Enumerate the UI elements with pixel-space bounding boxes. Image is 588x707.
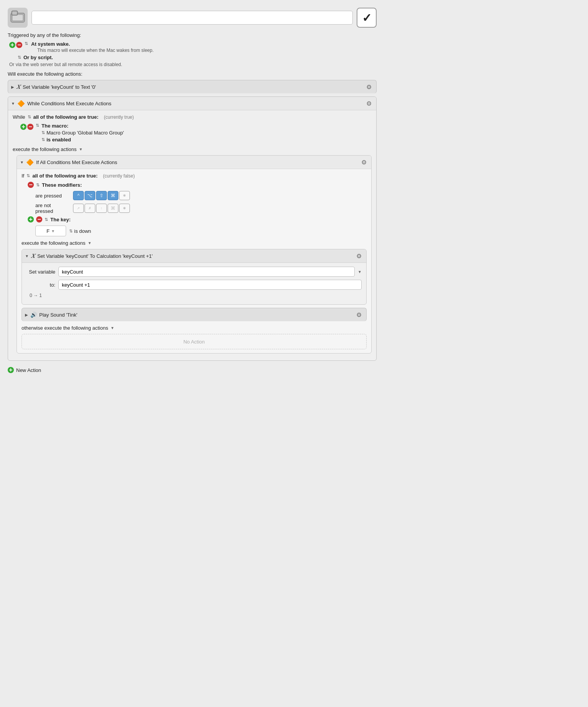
app-icon xyxy=(8,8,28,28)
expand-triangle-icon[interactable]: ▶ xyxy=(11,85,14,89)
macro-cond-line2: ⇅ Macro Group 'Global Macro Group' xyxy=(42,130,124,136)
alt-not-pressed-key[interactable]: ✗ xyxy=(85,204,95,213)
remove-macro-cond-button[interactable]: − xyxy=(27,124,33,130)
add-key-button[interactable]: + xyxy=(28,216,34,222)
modifiers-title-label: These modifiers: xyxy=(42,182,82,188)
if-cond-label: all of the following are true: xyxy=(32,173,98,179)
cmd-not-pressed-key[interactable]: ⌘ xyxy=(108,204,118,213)
shift-pressed-key[interactable]: ⇧ xyxy=(96,191,107,200)
if-updown-icon: ⇅ xyxy=(27,173,30,178)
if-execute-row: execute the following actions ▼ xyxy=(22,240,367,246)
no-action-text: No Action xyxy=(183,339,205,345)
remove-key-button[interactable]: − xyxy=(36,216,42,222)
or-via-text: Or via the web server but all remote acc… xyxy=(8,62,377,67)
macro-title-input[interactable]: Count Key Presses xyxy=(32,11,353,25)
is-enabled-label: is enabled xyxy=(47,137,71,143)
remove-trigger-button[interactable]: − xyxy=(16,42,22,48)
or-by-script-label: Or by script. xyxy=(23,55,53,60)
key-input-box[interactable]: F ▼ xyxy=(35,226,66,236)
to-form-label: to: xyxy=(27,282,55,288)
key-dropdown-arrow[interactable]: ▼ xyxy=(51,229,55,233)
set-variable-inner-title: Set Variable 'keyCount' To Calculation '… xyxy=(37,253,352,259)
set-variable-x-icon: 𝑋 xyxy=(17,84,20,90)
new-action-label: New Action xyxy=(16,367,41,373)
is-down-text: is down xyxy=(74,228,91,234)
trigger-content: At system wake. This macro will execute … xyxy=(31,41,154,53)
set-variable-inner-header: ▼ 𝑋 Set Variable 'keyCount' To Calculati… xyxy=(22,249,366,263)
checkmark-button[interactable]: ✓ xyxy=(357,8,377,28)
macro-group-name: Macro Group 'Global Macro Group' xyxy=(47,130,124,136)
set-variable-gear-button[interactable]: ⚙ xyxy=(365,83,373,91)
if-gear-button[interactable]: ⚙ xyxy=(360,158,368,166)
while-block: ▼ 🔶 While Conditions Met Execute Actions… xyxy=(8,96,377,361)
if-body: If ⇅ all of the following are true: (cur… xyxy=(17,169,371,353)
ctrl-pressed-key[interactable]: ^ xyxy=(73,191,84,200)
set-variable-input[interactable] xyxy=(58,267,355,277)
set-variable-collapsed-title: Set Variable 'keyCount' to Text '0' xyxy=(23,84,362,90)
set-variable-collapsed-block: ▶ 𝑋 Set Variable 'keyCount' to Text '0' … xyxy=(8,80,377,93)
modifiers-section: − ⇅ These modifiers: are pressed ^ ⌥ ⇧ ⌘… xyxy=(22,182,367,214)
macro-add-remove: + − xyxy=(20,124,33,130)
if-block: ▼ 🔶 If All Conditions Met Execute Action… xyxy=(17,155,372,354)
while-execute-row: execute the following actions ▼ xyxy=(13,146,372,152)
add-macro-cond-button[interactable]: + xyxy=(20,124,27,130)
shift-not-pressed-key[interactable]: ↑ xyxy=(96,204,107,213)
or-by-script-trigger: ⇅ Or by script. xyxy=(8,55,377,60)
while-currently-label: (currently true) xyxy=(104,115,134,120)
are-pressed-label: are pressed xyxy=(35,193,70,199)
to-input[interactable] xyxy=(58,280,362,290)
set-variable-form-row: Set variable ▼ xyxy=(27,267,362,277)
macro-cond-updown-icon: ⇅ xyxy=(36,123,39,128)
key-value-label: F xyxy=(47,228,50,234)
otherwise-dropdown-icon[interactable]: ▼ xyxy=(110,326,114,330)
set-var-inner-expand-icon[interactable]: ▼ xyxy=(25,254,29,258)
fn-not-pressed-key[interactable]: ✱ xyxy=(119,204,130,213)
trigger-title: At system wake. xyxy=(31,41,154,47)
play-sound-expand-icon[interactable]: ▶ xyxy=(25,313,28,317)
trigger-desc: This macro will execute when the Mac wak… xyxy=(31,48,154,53)
if-expand-icon[interactable]: ▼ xyxy=(20,160,24,164)
set-variable-inner-body: Set variable ▼ to: 0 → 1 xyxy=(22,263,366,304)
while-expand-icon[interactable]: ▼ xyxy=(11,101,15,106)
play-sound-gear-button[interactable]: ⚙ xyxy=(355,310,363,319)
cmd-pressed-key[interactable]: ⌘ xyxy=(108,191,118,200)
if-header: ▼ 🔶 If All Conditions Met Execute Action… xyxy=(17,156,371,169)
ctrl-not-pressed-key[interactable]: ↗ xyxy=(73,204,84,213)
macro-group-updown-icon: ⇅ xyxy=(42,130,45,135)
while-icon: 🔶 xyxy=(17,100,25,107)
are-pressed-keys: ^ ⌥ ⇧ ⌘ ✱ xyxy=(73,191,130,200)
are-not-pressed-label: are not pressed xyxy=(35,202,70,214)
no-action-box: No Action xyxy=(22,334,367,349)
while-body: While ⇅ all of the following are true: (… xyxy=(8,110,376,360)
is-down-label: ⇅ is down xyxy=(69,228,91,234)
set-variable-inner-gear-button[interactable]: ⚙ xyxy=(355,252,363,260)
remove-modifier-button[interactable]: − xyxy=(28,182,34,188)
macro-cond-body: The macro: ⇅ Macro Group 'Global Macro G… xyxy=(42,123,124,143)
set-variable-dropdown-icon[interactable]: ▼ xyxy=(358,270,362,274)
svg-rect-3 xyxy=(12,12,17,15)
play-sound-icon: 🔊 xyxy=(30,312,37,318)
to-form-row: to: xyxy=(27,280,362,290)
macro-cond-line3: ⇅ is enabled xyxy=(42,137,124,143)
add-remove-buttons: + − xyxy=(9,42,22,48)
add-trigger-button[interactable]: + xyxy=(9,42,15,48)
fn-pressed-key[interactable]: ✱ xyxy=(119,191,130,200)
key-title-label: The key: xyxy=(50,217,71,222)
will-execute-label: Will execute the following actions: xyxy=(8,71,377,77)
if-execute-dropdown-icon[interactable]: ▼ xyxy=(88,241,91,245)
play-sound-block: ▶ 🔊 Play Sound 'Tink' ⚙ xyxy=(22,308,367,321)
triggered-by-label: Triggered by any of the following: xyxy=(8,32,377,38)
if-execute-label: execute the following actions xyxy=(22,240,85,246)
while-gear-button[interactable]: ⚙ xyxy=(365,99,373,108)
alt-pressed-key[interactable]: ⌥ xyxy=(85,191,95,200)
new-action-add-button[interactable]: + xyxy=(8,367,14,373)
if-icon: 🔶 xyxy=(26,159,34,166)
is-down-updown-icon: ⇅ xyxy=(69,229,73,234)
while-title: While Conditions Met Execute Actions xyxy=(27,101,362,106)
while-updown-icon: ⇅ xyxy=(28,115,31,119)
calc-result: 0 → 1 xyxy=(27,293,362,298)
while-execute-dropdown-icon[interactable]: ▼ xyxy=(79,147,83,151)
are-not-pressed-keys: ↗ ✗ ↑ ⌘ ✱ xyxy=(73,204,130,213)
set-variable-form-label: Set variable xyxy=(27,269,55,275)
if-label: If xyxy=(22,173,24,179)
